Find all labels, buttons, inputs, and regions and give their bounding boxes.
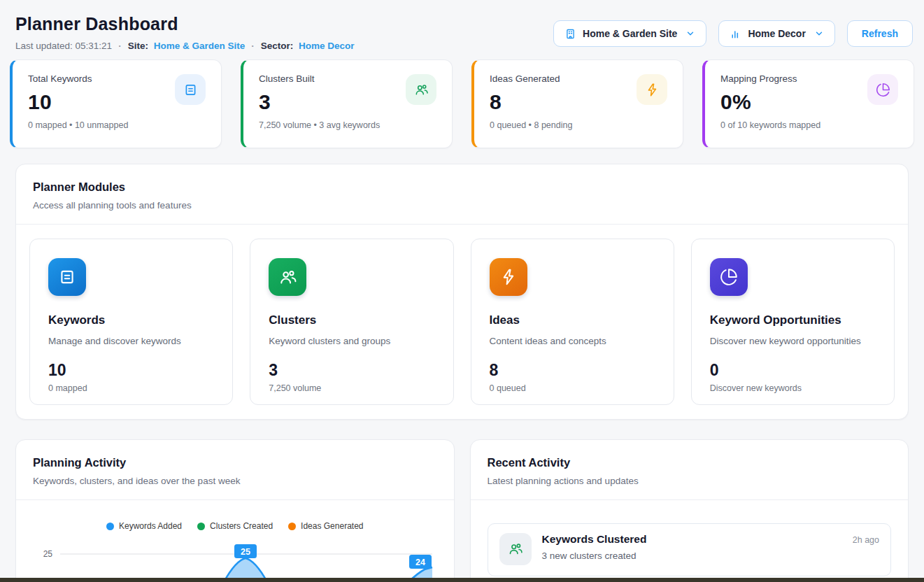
legend-dot	[106, 523, 114, 530]
chevron-down-icon	[814, 29, 824, 38]
activity-list: Keywords Clustered 2h ago 3 new clusters…	[471, 523, 909, 576]
activity-item-keywords-clustered[interactable]: Keywords Clustered 2h ago 3 new clusters…	[488, 523, 892, 576]
list-icon	[175, 74, 206, 105]
legend-label: Clusters Created	[210, 521, 273, 531]
y-axis-tick-25: 25	[43, 549, 53, 559]
stat-subtitle: 0 of 10 keywords mapped	[720, 120, 898, 130]
module-stat-label: 0 mapped	[48, 383, 214, 393]
planning-activity-title: Planning Activity	[33, 456, 437, 469]
site-selector-value: Home & Garden Site	[583, 28, 677, 39]
pie-icon	[710, 258, 748, 296]
stat-subtitle: 0 mapped • 10 unmapped	[28, 120, 206, 130]
recent-activity-title: Recent Activity	[488, 456, 892, 469]
module-stat-label: Discover new keywords	[710, 383, 876, 393]
sector-link[interactable]: Home Decor	[299, 41, 355, 51]
module-value: 8	[490, 361, 655, 380]
modules-grid: Keywords Manage and discover keywords 10…	[16, 225, 908, 419]
planner-modules-panel: Planner Modules Access all planning tool…	[15, 164, 909, 420]
module-card-keywords[interactable]: Keywords Manage and discover keywords 10…	[29, 239, 233, 405]
site-link[interactable]: Home & Garden Site	[154, 41, 246, 51]
bolt-icon	[490, 258, 527, 296]
module-description: Manage and discover keywords	[48, 336, 214, 346]
stat-card-clusters-built: Clusters Built 3 7,250 volume • 3 avg ke…	[241, 59, 453, 148]
svg-text:24: 24	[415, 558, 425, 567]
point-label-25: 25	[234, 544, 257, 558]
site-selector-dropdown[interactable]: Home & Garden Site	[553, 20, 706, 47]
people-icon	[269, 258, 306, 296]
stat-subtitle: 7,250 volume • 3 avg keywords	[259, 120, 436, 130]
planning-activity-chart: 25 25 24	[16, 537, 454, 582]
module-title: Keyword Opportunities	[710, 313, 876, 327]
site-meta: Site: Home & Garden Site	[128, 41, 246, 51]
meta-separator: ·	[118, 41, 122, 51]
module-card-keyword-opportunities[interactable]: Keyword Opportunities Discover new keywo…	[691, 239, 895, 405]
legend-item-keywords-added[interactable]: Keywords Added	[106, 521, 182, 531]
recent-activity-panel: Recent Activity Latest planning actions …	[470, 439, 909, 582]
chart-legend: Keywords Added Clusters Created Ideas Ge…	[16, 521, 454, 531]
module-description: Discover new keyword opportunities	[710, 336, 876, 346]
module-value: 10	[48, 361, 214, 380]
activity-item-description: 3 new clusters created	[542, 551, 880, 561]
site-label: Site:	[128, 41, 148, 51]
stats-row: Total Keywords 10 0 mapped • 10 unmapped…	[0, 59, 924, 148]
chevron-down-icon	[685, 29, 695, 38]
activity-item-time: 2h ago	[853, 535, 879, 545]
modules-panel-title: Planner Modules	[33, 180, 891, 194]
planning-activity-header: Planning Activity Keywords, clusters, an…	[16, 440, 454, 500]
module-stat-label: 0 queued	[490, 383, 655, 393]
svg-text:25: 25	[241, 547, 250, 557]
last-updated-text: Last updated: 05:31:21	[15, 41, 112, 51]
point-label-24: 24	[409, 555, 432, 569]
sector-selector-dropdown[interactable]: Home Decor	[718, 20, 834, 47]
module-card-clusters[interactable]: Clusters Keyword clusters and groups 3 7…	[250, 239, 453, 405]
planning-activity-subtitle: Keywords, clusters, and ideas over the p…	[33, 476, 437, 486]
activity-body: Keywords Clustered 2h ago 3 new clusters…	[542, 533, 880, 565]
legend-dot	[197, 523, 205, 530]
people-icon	[499, 533, 532, 565]
bottom-edge-bar	[0, 578, 924, 582]
module-description: Content ideas and concepts	[490, 336, 655, 346]
sector-meta: Sector: Home Decor	[261, 41, 355, 51]
sector-label: Sector:	[261, 41, 294, 51]
meta-separator-2: ·	[251, 41, 255, 51]
legend-label: Keywords Added	[119, 521, 182, 531]
bar-chart-icon	[730, 28, 741, 40]
activity-item-title: Keywords Clustered	[542, 533, 647, 546]
legend-label: Ideas Generated	[301, 521, 363, 531]
legend-dot	[288, 523, 296, 530]
recent-activity-subtitle: Latest planning actions and updates	[488, 476, 892, 486]
module-title: Ideas	[490, 313, 655, 327]
list-icon	[48, 258, 86, 296]
building-icon	[564, 28, 576, 40]
pie-icon	[867, 74, 898, 105]
module-value: 3	[269, 361, 434, 380]
page-header: Planner Dashboard Last updated: 05:31:21…	[0, 0, 924, 51]
legend-item-clusters-created[interactable]: Clusters Created	[197, 521, 273, 531]
stat-card-total-keywords: Total Keywords 10 0 mapped • 10 unmapped	[10, 59, 222, 148]
module-title: Clusters	[269, 313, 434, 327]
module-card-ideas[interactable]: Ideas Content ideas and concepts 8 0 que…	[471, 239, 674, 405]
stat-card-ideas-generated: Ideas Generated 8 0 queued • 8 pending	[471, 59, 683, 148]
bolt-icon	[637, 74, 667, 105]
module-title: Keywords	[48, 313, 214, 327]
header-actions: Home & Garden Site Home Decor Refresh	[553, 20, 913, 47]
modules-panel-header: Planner Modules Access all planning tool…	[16, 164, 908, 225]
bottom-row: Planning Activity Keywords, clusters, an…	[15, 439, 909, 582]
planning-activity-panel: Planning Activity Keywords, clusters, an…	[15, 439, 455, 582]
modules-panel-subtitle: Access all planning tools and features	[33, 200, 891, 211]
people-icon	[406, 74, 436, 105]
stat-subtitle: 0 queued • 8 pending	[490, 120, 667, 130]
module-value: 0	[710, 361, 876, 380]
legend-item-ideas-generated[interactable]: Ideas Generated	[288, 521, 363, 531]
module-description: Keyword clusters and groups	[269, 336, 434, 346]
refresh-button[interactable]: Refresh	[847, 20, 913, 47]
stat-card-mapping-progress: Mapping Progress 0% 0 of 10 keywords map…	[702, 59, 914, 148]
sector-selector-value: Home Decor	[748, 28, 805, 39]
recent-activity-header: Recent Activity Latest planning actions …	[471, 440, 909, 500]
module-stat-label: 7,250 volume	[269, 383, 434, 393]
